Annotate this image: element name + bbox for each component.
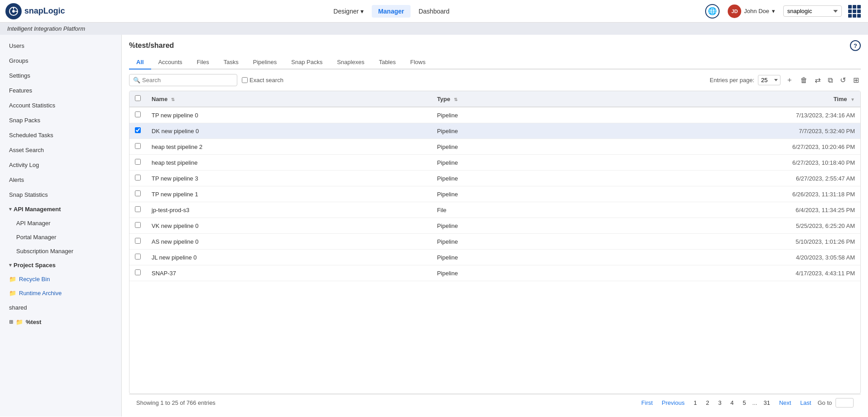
folder-icon: 📁 (9, 276, 16, 283)
sidebar-item-users[interactable]: Users (0, 38, 121, 53)
row-checkbox-9[interactable] (129, 250, 146, 265)
page-4[interactable]: 4 (728, 398, 736, 407)
globe-icon[interactable]: 🌐 (705, 4, 720, 19)
page-1[interactable]: 1 (691, 398, 699, 407)
footer: Showing 1 to 25 of 766 entries First Pre… (129, 394, 861, 411)
apps-grid-icon[interactable] (846, 3, 863, 19)
row-checkbox-1[interactable] (129, 123, 146, 139)
user-chevron-icon: ▾ (772, 8, 775, 14)
search-input[interactable] (142, 77, 233, 83)
sidebar-item-subscription-manager[interactable]: Subscription Manager (0, 244, 121, 258)
sidebar-item-shared[interactable]: shared (0, 300, 121, 315)
reload-button[interactable]: ↺ (838, 75, 848, 85)
sidebar-item-snap-statistics[interactable]: Snap Statistics (0, 187, 121, 202)
row-time-4: 6/27/2023, 2:55:47 AM (646, 171, 860, 186)
sidebar-item-activity-log[interactable]: Activity Log (0, 158, 121, 172)
sidebar-item-settings[interactable]: Settings (0, 68, 121, 83)
sidebar-item-scheduled-tasks[interactable]: Scheduled Tasks (0, 128, 121, 143)
page-2[interactable]: 2 (703, 398, 712, 407)
tab-accounts[interactable]: Accounts (151, 56, 189, 70)
tab-tables[interactable]: Tables (372, 56, 403, 70)
sidebar-item-api-manager[interactable]: API Manager (0, 216, 121, 230)
page-3[interactable]: 3 (716, 398, 724, 407)
last-page-button[interactable]: Last (798, 398, 814, 407)
org-select[interactable]: snaplogic (783, 5, 842, 17)
previous-page-button[interactable]: Previous (659, 398, 688, 407)
row-time-2: 6/27/2023, 10:20:46 PM (646, 139, 860, 155)
columns-button[interactable]: ⊞ (851, 75, 861, 85)
row-checkbox-4[interactable] (129, 171, 146, 186)
tab-tasks[interactable]: Tasks (217, 56, 246, 70)
tab-snap-packs[interactable]: Snap Packs (284, 56, 330, 70)
row-checkbox-10[interactable] (129, 265, 146, 281)
row-type-7: Pipeline (432, 218, 646, 234)
delete-button[interactable]: 🗑 (799, 75, 809, 85)
sidebar-item-portal-manager[interactable]: Portal Manager (0, 230, 121, 244)
col-name[interactable]: Name ⇅ (146, 91, 432, 107)
search-box[interactable]: 🔍 (129, 74, 237, 86)
goto-label: Go to (817, 399, 832, 406)
tab-all[interactable]: All (129, 56, 151, 70)
tab-pipelines[interactable]: Pipelines (246, 56, 284, 70)
toolbar: 🔍 Exact search Entries per page: 25 10 5… (129, 74, 861, 86)
row-checkbox-0[interactable] (129, 107, 146, 123)
row-type-0: Pipeline (432, 107, 646, 123)
exact-search-label[interactable]: Exact search (242, 77, 283, 83)
sidebar-item-runtime-archive[interactable]: 📁 Runtime Archive (0, 286, 121, 300)
refresh-button[interactable]: ⇄ (813, 75, 822, 85)
copy-button[interactable]: ⧉ (826, 75, 835, 85)
sidebar-section-api-management[interactable]: ▾ API Management (0, 202, 121, 216)
row-checkbox-3[interactable] (129, 155, 146, 171)
sort-icon-time: ▼ (850, 97, 855, 102)
sidebar-item-groups[interactable]: Groups (0, 53, 121, 68)
page-31[interactable]: 31 (761, 398, 772, 407)
sidebar-item-account-statistics[interactable]: Account Statistics (0, 98, 121, 113)
next-page-button[interactable]: Next (776, 398, 794, 407)
tab-snaplexes[interactable]: Snaplexes (330, 56, 372, 70)
table-row: VK new pipeline 0 Pipeline 5/25/2023, 6:… (129, 218, 860, 234)
tab-files[interactable]: Files (189, 56, 216, 70)
header-nav: Designer ▾ Manager Dashboard (85, 5, 698, 18)
col-type[interactable]: Type ⇅ (432, 91, 646, 107)
sidebar-section-project-spaces[interactable]: ▾ Project Spaces (0, 258, 121, 272)
first-page-button[interactable]: First (639, 398, 656, 407)
sidebar-item-test[interactable]: ⊞ 📁 %test (0, 315, 121, 329)
exact-search-checkbox[interactable] (242, 77, 248, 83)
nav-designer[interactable]: Designer ▾ (327, 5, 370, 18)
goto-input[interactable] (836, 398, 854, 408)
row-type-10: Pipeline (432, 265, 646, 281)
select-all-checkbox[interactable] (135, 95, 141, 101)
help-icon[interactable]: ? (850, 40, 861, 51)
row-checkbox-5[interactable] (129, 186, 146, 202)
collapse-icon-api: ▾ (9, 206, 12, 212)
user-badge[interactable]: JD John Doe ▾ (724, 3, 779, 20)
nav-dashboard[interactable]: Dashboard (412, 5, 456, 18)
row-name-5: TP new pipeline 1 (146, 186, 432, 202)
sidebar-item-alerts[interactable]: Alerts (0, 172, 121, 187)
table-row: DK new pipeline 0 Pipeline 7/7/2023, 5:3… (129, 123, 860, 139)
sidebar-item-recycle-bin[interactable]: 📁 Recycle Bin (0, 272, 121, 286)
sort-icon-type: ⇅ (454, 97, 457, 102)
folder-icon: 📁 (9, 290, 16, 297)
row-checkbox-6[interactable] (129, 202, 146, 218)
logo-area: snapLogic (5, 3, 78, 19)
sidebar-item-asset-search[interactable]: Asset Search (0, 143, 121, 158)
row-name-9: JL new pipeline 0 (146, 250, 432, 265)
page-5[interactable]: 5 (740, 398, 748, 407)
sidebar-item-snap-packs[interactable]: Snap Packs (0, 113, 121, 128)
row-time-0: 7/13/2023, 2:34:16 AM (646, 107, 860, 123)
nav-manager[interactable]: Manager (372, 5, 411, 18)
entries-select[interactable]: 25 10 50 100 (758, 75, 780, 85)
add-button[interactable]: ＋ (784, 74, 795, 86)
assets-table: Name ⇅ Type ⇅ Time ▼ TP new pipeline 0 (129, 91, 860, 281)
row-time-6: 6/4/2023, 11:34:25 PM (646, 202, 860, 218)
row-checkbox-8[interactable] (129, 234, 146, 250)
avatar: JD (728, 5, 741, 18)
sidebar-item-features[interactable]: Features (0, 83, 121, 98)
row-name-2: heap test pipeline 2 (146, 139, 432, 155)
tab-flows[interactable]: Flows (403, 56, 433, 70)
row-checkbox-2[interactable] (129, 139, 146, 155)
col-time[interactable]: Time ▼ (646, 91, 860, 107)
table-row: TP new pipeline 3 Pipeline 6/27/2023, 2:… (129, 171, 860, 186)
row-checkbox-7[interactable] (129, 218, 146, 234)
